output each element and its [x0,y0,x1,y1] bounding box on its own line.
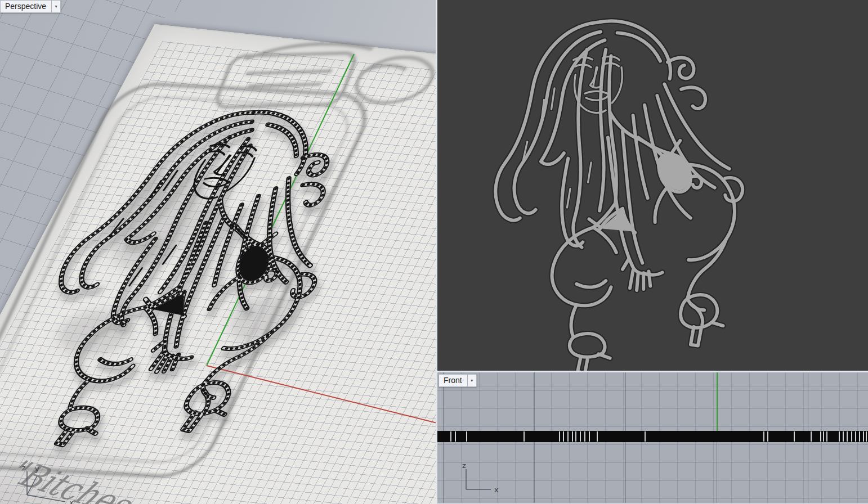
front-axis-gnomon: z x [457,464,508,498]
cross-section-gap [455,431,456,442]
world-axes [0,0,436,504]
perspective-axis-gnomon: z y x [16,462,83,504]
front-tab-dropdown[interactable]: ▼ [467,374,477,387]
perspective-viewport[interactable]: "Bitches Perspective ▼ z y x [0,0,436,504]
model-cross-section[interactable] [437,431,868,442]
cross-section-gap [597,431,598,442]
front-tab-label[interactable]: Front [439,374,467,387]
chevron-down-icon: ▼ [470,379,474,382]
front-tab[interactable]: Front ▼ [439,374,477,387]
cross-section-gap [823,431,824,442]
cross-section-gap [811,431,812,442]
x-axis-label: x [494,485,499,494]
cross-section-gap [820,431,821,442]
cross-section-gap [524,431,525,442]
y-axis-line [207,54,354,366]
cross-section-gap [866,431,867,442]
cross-section-gap [826,431,827,442]
y-axis-label: y [35,465,39,473]
cross-section-gap [839,431,840,442]
cross-section-gap [645,431,646,442]
z-axis-label: z [462,461,466,470]
cross-section-gap [572,431,573,442]
cross-section-gap [563,431,564,442]
cross-section-gap [559,431,560,442]
front-viewport[interactable]: Front ▼ z x [437,372,868,504]
cross-section-gap [863,431,864,442]
cross-section-gap [575,431,576,442]
cross-section-gap [843,431,844,442]
rendered-pinup-lineart [437,0,868,371]
z-axis-label: z [22,464,26,472]
cross-section-gap [450,431,451,442]
perspective-tab-dropdown[interactable]: ▼ [51,0,61,13]
cross-section-gap [767,431,768,442]
cross-section-gap [794,431,795,442]
x-axis-line [207,366,436,426]
x-axis-label: x [69,498,74,504]
cross-section-gap [855,431,856,442]
cross-section-gap [584,431,585,442]
cross-section-gap [851,431,852,442]
perspective-tab-label[interactable]: Perspective [0,0,51,13]
z-axis-line [717,372,718,431]
cross-section-gap [580,431,581,442]
cross-section-gap [847,431,848,442]
cross-section-gap [567,431,569,442]
cross-section-gap [763,431,764,442]
cross-section-gap [589,431,590,442]
cross-section-gap [466,431,467,442]
render-viewport[interactable] [437,0,868,371]
cross-section-gap [859,431,860,442]
chevron-down-icon: ▼ [54,4,58,8]
perspective-tab[interactable]: Perspective ▼ [0,0,61,13]
